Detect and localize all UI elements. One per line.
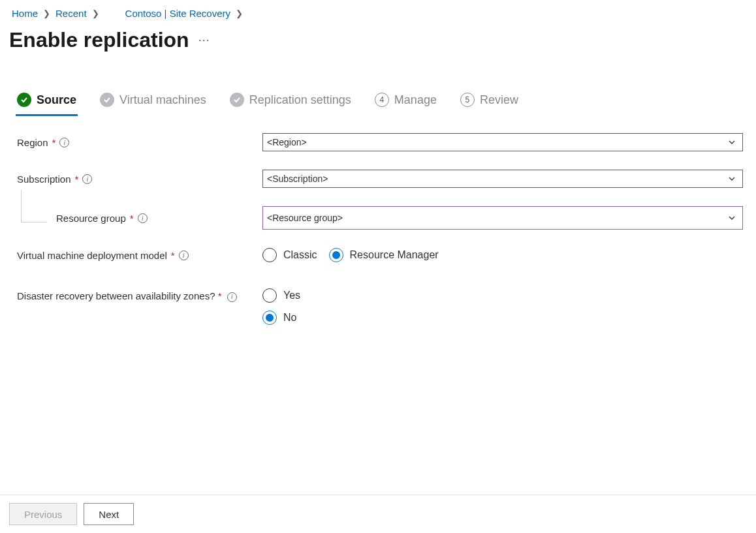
subscription-label: Subscription * i [17, 174, 262, 185]
dr-zones-label: Disaster recovery between availability z… [17, 288, 262, 304]
next-button[interactable]: Next [84, 503, 134, 525]
breadcrumb-site-recovery[interactable]: Contoso | Site Recovery [125, 8, 230, 19]
vm-deployment-label: Virtual machine deployment model * i [17, 250, 262, 261]
radio-icon [262, 248, 277, 262]
step-number-icon: 4 [375, 93, 389, 107]
previous-button: Previous [9, 503, 77, 525]
hierarchy-bracket [21, 190, 47, 222]
check-icon [230, 93, 244, 107]
radio-icon [262, 288, 277, 303]
required-marker: * [171, 250, 175, 261]
dr-zones-row: Disaster recovery between availability z… [17, 288, 743, 325]
radio-yes[interactable]: Yes [262, 288, 743, 303]
wizard-step-label: Virtual machines [119, 93, 206, 107]
page-title: Enable replication [9, 28, 189, 52]
chevron-down-icon [728, 138, 736, 146]
subscription-value: <Subscription> [267, 174, 328, 184]
wizard-step-manage[interactable]: 4 Manage [375, 93, 437, 115]
chevron-right-icon: ❯ [43, 8, 50, 18]
info-icon[interactable]: i [227, 292, 237, 302]
chevron-right-icon: ❯ [236, 8, 243, 18]
chevron-down-icon [728, 214, 736, 222]
footer: Previous Next [0, 495, 756, 533]
region-label: Region * i [17, 137, 262, 148]
more-actions-button[interactable]: ··· [198, 33, 210, 47]
wizard-step-virtual-machines[interactable]: Virtual machines [100, 93, 206, 115]
dr-zones-radio-group: Yes No [262, 288, 743, 325]
breadcrumb-home[interactable]: Home [12, 8, 38, 19]
info-icon[interactable]: i [82, 174, 92, 184]
region-value: <Region> [267, 137, 307, 147]
required-marker: * [52, 137, 56, 148]
radio-classic[interactable]: Classic [262, 248, 317, 262]
required-marker: * [75, 174, 79, 185]
wizard-step-review[interactable]: 5 Review [460, 93, 518, 115]
wizard-step-source[interactable]: Source [17, 93, 76, 115]
chevron-down-icon [728, 175, 736, 183]
breadcrumb: Home ❯ Recent ❯ Contoso | Site Recovery … [0, 0, 756, 24]
vm-deployment-row: Virtual machine deployment model * i Cla… [17, 248, 743, 262]
wizard-step-label: Review [480, 93, 518, 107]
wizard-step-label: Source [37, 93, 76, 107]
resource-group-label: Resource group * i [17, 213, 262, 224]
step-number-icon: 5 [460, 93, 475, 107]
chevron-right-icon: ❯ [92, 8, 99, 18]
radio-icon [262, 311, 277, 325]
wizard-step-label: Replication settings [249, 93, 351, 107]
radio-no[interactable]: No [262, 311, 743, 325]
breadcrumb-recent[interactable]: Recent [55, 8, 87, 19]
wizard-step-replication-settings[interactable]: Replication settings [230, 93, 351, 115]
region-row: Region * i <Region> [17, 133, 743, 151]
radio-icon [329, 248, 343, 262]
vm-deployment-radio-group: Classic Resource Manager [262, 248, 743, 262]
title-row: Enable replication ··· [0, 24, 756, 52]
resource-group-select[interactable]: <Resource group> [262, 206, 743, 230]
wizard-step-label: Manage [394, 93, 437, 107]
required-marker: * [218, 290, 222, 301]
resource-group-value: <Resource group> [267, 213, 343, 223]
wizard-steps: Source Virtual machines Replication sett… [0, 52, 756, 115]
form-area: Region * i <Region> Subscription * i <Su… [0, 115, 756, 325]
subscription-select[interactable]: <Subscription> [262, 170, 743, 188]
check-icon [100, 93, 114, 107]
subscription-row: Subscription * i <Subscription> [17, 170, 743, 188]
check-icon [17, 93, 31, 107]
info-icon[interactable]: i [179, 251, 189, 260]
radio-resource-manager[interactable]: Resource Manager [329, 248, 439, 262]
required-marker: * [130, 213, 134, 224]
region-select[interactable]: <Region> [262, 133, 743, 151]
resource-group-row: Resource group * i <Resource group> [17, 206, 743, 230]
info-icon[interactable]: i [59, 138, 69, 147]
info-icon[interactable]: i [138, 213, 148, 223]
